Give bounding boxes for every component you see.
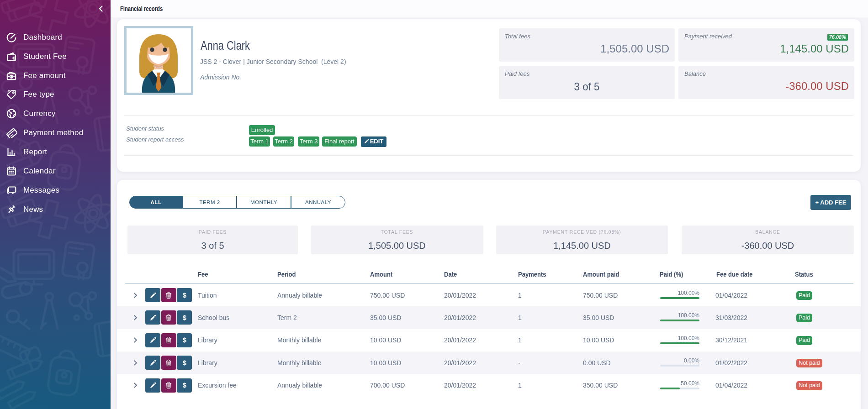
svg-text:$: $ xyxy=(182,382,186,389)
svg-text:$: $ xyxy=(182,336,186,344)
svg-text:$: $ xyxy=(182,291,186,299)
svg-text:$: $ xyxy=(182,359,186,367)
svg-text:$: $ xyxy=(182,314,186,321)
